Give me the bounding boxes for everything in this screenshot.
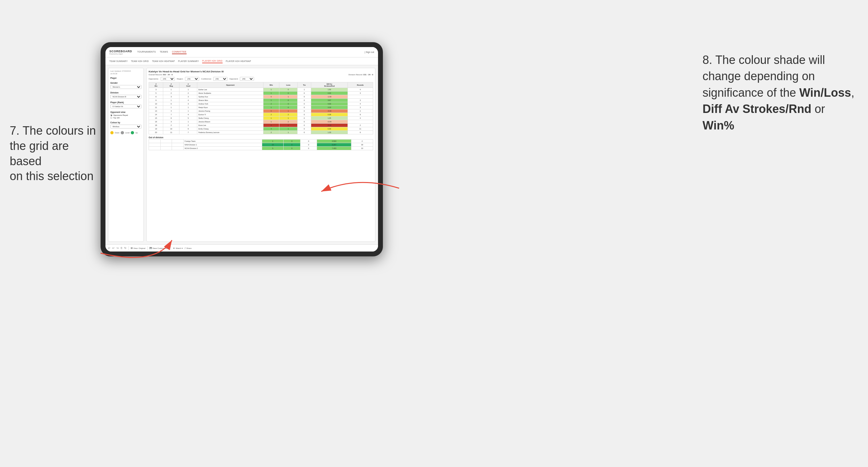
radio-opponents-played-label: Opponents Played xyxy=(113,114,128,116)
ood-cell-empty2 xyxy=(160,147,172,150)
cell-win: 0 xyxy=(264,110,279,113)
cell-reg: 1 xyxy=(163,88,180,92)
cell-reg: 11 xyxy=(163,131,180,134)
sidebar-player-label: Player xyxy=(110,77,142,79)
opponents-filter[interactable]: (All) xyxy=(161,77,175,81)
copy-icon[interactable]: ⎘ xyxy=(121,247,122,250)
cell-conf: 1 xyxy=(179,120,197,124)
cell-div: 11 xyxy=(149,106,163,110)
cell-win: 1 xyxy=(264,117,279,120)
cell-conf: 6 xyxy=(179,127,197,131)
ood-cell-name: Foreign Team xyxy=(184,139,262,143)
grid-title: Katelyn Vo Head-to-Head Grid for Women's… xyxy=(149,70,373,73)
cell-tie: 0 xyxy=(298,95,311,99)
save-custom-view-btn[interactable]: 💾 Save Custom View xyxy=(150,247,169,249)
ood-cell-rounds: 2 xyxy=(351,139,373,143)
sub-nav-team-h2h-heatmap[interactable]: TEAM H2H HEATMAP xyxy=(152,59,175,63)
cell-rounds xyxy=(347,120,373,124)
cell-reg: 8 xyxy=(163,117,180,120)
sign-out-link[interactable]: Sign out xyxy=(366,51,374,53)
cell-name: Esther Lee xyxy=(197,88,264,92)
ood-cell-empty2 xyxy=(160,143,172,147)
watch-chevron: ▾ xyxy=(182,247,183,249)
sub-nav-player-h2h-grid[interactable]: PLAYER H2H GRID xyxy=(202,59,223,63)
col-tie: Tie xyxy=(298,83,311,88)
tablet-screen: SCOREBOARD Powered by clippd TOURNAMENTS… xyxy=(105,47,378,251)
sub-nav-team-h2h-grid[interactable]: TEAM H2H GRID xyxy=(131,59,149,63)
nav-tournaments[interactable]: TOURNAMENTS xyxy=(137,50,156,54)
table-row: 14 7 4 Eunice Yi 2 2 0 0.38 9 xyxy=(149,113,373,117)
legend-row: Down Level Up xyxy=(110,131,142,134)
cell-name: Jessica Huang xyxy=(197,110,264,113)
ood-cell-diff: 7.400 xyxy=(317,147,351,150)
table-row: 6 3 3 Sydney Kuo 0 1 0 -1.00 xyxy=(149,95,373,99)
undo-icon[interactable]: ↩ xyxy=(108,247,110,250)
share-btn[interactable]: ⤴ Share xyxy=(185,247,191,249)
redo2-icon[interactable]: ↪ xyxy=(117,247,119,250)
ood-table-row: NCAA Division 2 5 0 0 7.400 10 xyxy=(149,147,373,150)
region-filter[interactable]: (All) xyxy=(185,77,199,81)
refresh-icon[interactable]: ↻ xyxy=(124,247,127,250)
cell-reg: 1 xyxy=(163,99,180,102)
tablet-frame: SCOREBOARD Powered by clippd TOURNAMENTS… xyxy=(101,42,383,256)
cell-loss: 0 xyxy=(279,88,298,92)
ood-cell-tie: 0 xyxy=(300,147,317,150)
cell-loss: 2 xyxy=(279,124,298,127)
cell-loss: 1 xyxy=(279,127,298,131)
cell-win: 0 xyxy=(264,95,279,99)
view-original-btn[interactable]: 🖼 View: Original xyxy=(131,247,145,249)
sub-nav-player-h2h-heatmap[interactable]: PLAYER H2H HEATMAP xyxy=(226,59,251,63)
cell-loss: 2 xyxy=(279,113,298,117)
watch-btn[interactable]: 👁 Watch ▾ xyxy=(173,247,183,249)
col-div: #Div xyxy=(149,83,163,88)
cell-loss: 0 xyxy=(279,102,298,106)
cell-div: 15 xyxy=(149,117,163,120)
radio-top100[interactable]: Top 100 xyxy=(110,117,142,119)
watch-icon: 👁 xyxy=(173,247,175,249)
nav-committee[interactable]: COMMITTEE xyxy=(172,50,187,54)
ood-cell-empty1 xyxy=(149,139,161,143)
cell-tie: 0 xyxy=(298,120,311,124)
cell-loss: 0 xyxy=(279,106,298,110)
cell-win: 2 xyxy=(264,102,279,106)
ood-cell-diff: 9.267 xyxy=(317,143,351,147)
cell-diff: -5.00 xyxy=(311,124,347,127)
radio-opponents-played[interactable]: Opponents Played xyxy=(110,114,142,116)
cell-div: 5 xyxy=(149,92,163,95)
colour-by-select[interactable]: Win/loss xyxy=(110,125,142,128)
sidebar-division-label: Division xyxy=(110,92,142,94)
cell-reg: 10 xyxy=(163,127,180,131)
cell-div: 13 xyxy=(149,110,163,113)
conference-filter[interactable]: (All) xyxy=(213,77,227,81)
cell-win: 2 xyxy=(264,131,279,134)
opponent-filter[interactable]: (All) xyxy=(240,77,254,81)
cell-win: 1 xyxy=(264,99,279,102)
cell-reg: 2 xyxy=(163,92,180,95)
ood-cell-name: NAIA Division 1 xyxy=(184,143,262,147)
cell-conf: 1 xyxy=(179,106,197,110)
table-row: 18 2 2 Euna Lee 0 2 0 -5.00 2 xyxy=(149,124,373,127)
nav-teams[interactable]: TEAMS xyxy=(160,50,168,54)
cell-name: Emily Chang xyxy=(197,127,264,131)
sub-nav-player-summary[interactable]: PLAYER SUMMARY xyxy=(178,59,199,63)
player-rank-select[interactable]: 8. Katelyn Vo xyxy=(110,104,142,108)
ood-cell-win: 1 xyxy=(262,139,284,143)
cell-rounds: 9 xyxy=(347,113,373,117)
ood-cell-name: NCAA Division 2 xyxy=(184,147,262,150)
logo-sub: Powered by clippd xyxy=(110,53,132,55)
sub-nav-team-summary[interactable]: TEAM SUMMARY xyxy=(110,59,128,63)
cell-conf: 2 xyxy=(179,124,197,127)
cell-rounds xyxy=(347,95,373,99)
cell-loss: 0 xyxy=(279,92,298,95)
table-row: 16 3 1 Jessica Mason 1 2 0 -0.94 xyxy=(149,120,373,124)
redo-icon[interactable]: ↩ xyxy=(112,247,115,250)
cell-div: 9 xyxy=(149,99,163,102)
gender-select[interactable]: Women's xyxy=(110,85,142,89)
division-select[interactable]: NCAA Division III xyxy=(110,95,142,99)
cell-conf: 1 xyxy=(179,110,197,113)
table-row: 13 4 1 Jessica Huang 0 1 0 -3.00 2 xyxy=(149,110,373,113)
cell-rounds: 3 xyxy=(347,99,373,102)
top-nav: SCOREBOARD Powered by clippd TOURNAMENTS… xyxy=(105,47,378,57)
table-row: 19 10 6 Emily Chang 4 1 0 0.30 11 xyxy=(149,127,373,131)
cell-name: Stella Cheng xyxy=(197,117,264,120)
